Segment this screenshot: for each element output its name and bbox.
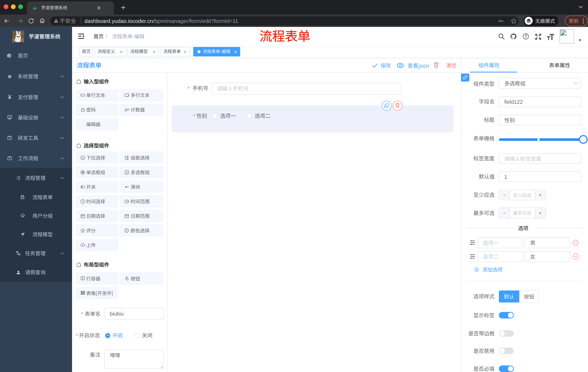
svg-text:123: 123 bbox=[125, 108, 129, 111]
